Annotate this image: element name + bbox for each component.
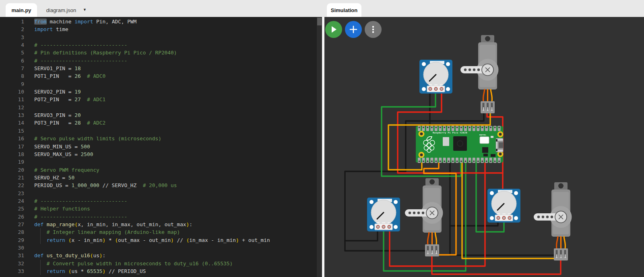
code-line: 1from machine import Pin, ADC, PWM [0,18,322,25]
line-number: 3 [0,33,24,41]
code-line: 10SERVO2_PIN = 19 [0,88,322,96]
tab-bar: main.py diagram.json ▼ Simulation [0,0,644,17]
code-line: 17SERVO_MIN_US = 500 [0,143,322,150]
code-line: 12 [0,104,322,111]
line-number: 9 [0,80,24,88]
line-number: 28 [0,228,24,236]
code-line: 19 [0,158,322,166]
code-line: 23 [0,190,322,197]
code-line: 26# ---------------------------- [0,213,322,221]
kebab-menu-icon [369,25,378,34]
line-number: 6 [0,57,24,65]
play-icon [330,25,338,33]
line-number: 22 [0,181,24,189]
line-number: 26 [0,213,24,221]
line-number: 19 [0,158,24,166]
code-line: 20# Servo PWM frequency [0,166,322,174]
line-number: 12 [0,104,24,111]
pane-divider[interactable] [322,17,324,277]
code-line: 15 [0,127,322,135]
add-part-button[interactable] [345,21,362,38]
line-number: 5 [0,49,24,56]
line-number: 2 [0,25,24,33]
code-editor[interactable]: 1from machine import Pin, ADC, PWM2impor… [0,17,322,277]
tab-main-py-label: main.py [11,7,31,13]
plus-icon [349,25,358,34]
code-line: 28 # Integer linear mapping (Arduino-lik… [0,228,322,236]
tab-main-py[interactable]: main.py [6,3,37,17]
tab-simulation-label: Simulation [331,7,357,13]
code-line: 13SERVO3_PIN = 20 [0,111,322,119]
code-line: 32 # Convert pulse width in microseconds… [0,260,322,267]
code-line: 8POT1_PIN = 26 # ADC0 [0,72,322,80]
raspberry-pi-pico[interactable] [416,126,503,163]
wire[interactable] [345,230,378,241]
file-dropdown-caret-icon[interactable]: ▼ [83,8,87,12]
code-line: 16# Servo pulse width limits (microsecon… [0,135,322,142]
code-line: 27def map_range(x, in_min, in_max, out_m… [0,221,322,228]
code-line: 4# ---------------------------- [0,41,322,49]
code-line: 30 [0,244,322,252]
editor-scrollbar-thumb[interactable] [317,18,322,25]
line-number: 7 [0,65,24,72]
line-number: 30 [0,244,24,252]
line-number: 10 [0,88,24,96]
code-line: 21SERVO_HZ = 50 [0,174,322,181]
potentiometer-3[interactable] [487,189,520,223]
code-line: 18SERVO_MAX_US = 2500 [0,150,322,158]
code-line: 24# ---------------------------- [0,197,322,205]
line-number: 33 [0,267,24,275]
wires-layer [345,91,564,274]
servo-3[interactable] [534,182,572,260]
code-line: 31def us_to_duty_u16(us): [0,252,322,259]
simulation-canvas[interactable]: GND SIG VCC [324,17,644,277]
line-number: 21 [0,174,24,181]
code-line: 11POT2_PIN = 27 # ADC1 [0,96,322,103]
servo-2[interactable] [405,178,443,256]
line-number: 31 [0,252,24,259]
tab-diagram-json-label: diagram.json [46,7,76,13]
line-number: 14 [0,119,24,127]
code-line: 6# ---------------------------- [0,57,322,65]
line-number: 1 [0,18,24,25]
code-line: 3 [0,33,322,41]
code-line: 7SERVO1_PIN = 18 [0,65,322,72]
code-line: 5# Pin definitions (Raspberry Pi Pico / … [0,49,322,56]
code-line: 33 return (us * 65535) // PERIOD_US [0,267,322,275]
potentiometer-1[interactable] [419,60,452,94]
line-number: 20 [0,166,24,174]
line-number: 16 [0,135,24,142]
tab-diagram-json[interactable]: diagram.json [42,3,80,17]
code-line: 22PERIOD_US = 1_000_000 // SERVO_HZ # 20… [0,181,322,189]
line-number: 23 [0,190,24,197]
line-number: 24 [0,197,24,205]
servo-1[interactable] [460,35,499,113]
potentiometer-2[interactable] [367,198,400,231]
code-line: 29 return (x - in_min) * (out_max - out_… [0,236,322,244]
line-number: 18 [0,150,24,158]
line-number: 29 [0,236,24,244]
code-line: 2import time [0,25,322,33]
line-number: 17 [0,143,24,150]
line-number: 4 [0,41,24,49]
line-number: 13 [0,111,24,119]
code-line: 9 [0,80,322,88]
line-number: 15 [0,127,24,135]
line-number: 8 [0,72,24,80]
line-number: 27 [0,221,24,228]
start-simulation-button[interactable] [325,21,342,38]
line-number: 11 [0,96,24,103]
code-line: 25# Helper functions [0,205,322,212]
tab-simulation[interactable]: Simulation [327,3,361,17]
line-number: 32 [0,260,24,267]
line-number: 25 [0,205,24,212]
simulation-menu-button[interactable] [365,21,382,38]
editor-scrollbar[interactable] [317,17,322,277]
code-line: 14POT3_PIN = 28 # ADC2 [0,119,322,127]
